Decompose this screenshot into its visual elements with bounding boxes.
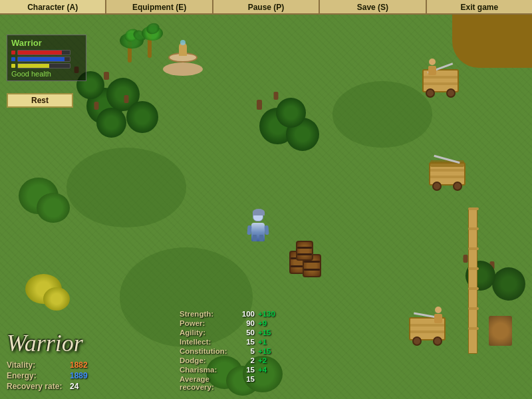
cart-wheel-1a (426, 88, 435, 98)
energy-bar-outer (17, 57, 70, 62)
menu-character[interactable]: Character (A) (0, 0, 106, 13)
cart-plank-3b (410, 331, 444, 333)
menu-equipment[interactable]: Equipment (E) (106, 0, 213, 13)
cart-plank-3a (410, 324, 444, 327)
attr-strength-label: Strength: (180, 310, 236, 318)
attr-avg-recovery-val: 15 (236, 375, 255, 383)
fountain-water (180, 40, 186, 45)
attr-strength-bonus: +130 (255, 310, 281, 318)
attr-row-dodge: Dodge: 2 +2 (180, 356, 299, 364)
attr-row-charisma: Charisma: 15 +4 (180, 366, 299, 374)
energy-bar-row (11, 57, 80, 62)
player-head (253, 211, 263, 221)
menu-exit[interactable]: Exit game (427, 0, 532, 13)
attr-row-strength: Strength: 100 +130 (180, 310, 299, 318)
attr-constitution-val: 5 (236, 347, 255, 355)
fence (467, 207, 479, 354)
attr-strength-val: 100 (236, 310, 255, 318)
rest-button[interactable]: Rest (7, 93, 73, 108)
attributes-panel: Strength: 100 +130 Power: 90 +9 Agility:… (180, 310, 299, 392)
cart-wheel-2a (432, 182, 442, 191)
health-ui: Warrior Good health (7, 35, 86, 81)
fountain-base (163, 63, 203, 76)
recovery-label: Recovery rate: (7, 382, 70, 391)
recovery-bar-row (11, 63, 80, 68)
energy-label: Energy: (7, 371, 70, 380)
attr-power-bonus: +9 (255, 319, 281, 327)
attr-agility-bonus: +15 (255, 329, 281, 336)
cart-wheel-3b (433, 336, 442, 346)
vitality-bar-outer (17, 50, 70, 55)
vitality-label: Vitality: (7, 360, 70, 370)
grass-patch-3 (332, 81, 432, 148)
cart-plank-1b (424, 82, 458, 85)
player-character (251, 211, 265, 241)
enemy-on-cart-1 (427, 59, 437, 72)
cart-plank-1a (424, 76, 458, 78)
attr-charisma-val: 15 (236, 366, 255, 374)
cart-plank-2a (430, 169, 464, 172)
cart-plank-2b (430, 176, 464, 178)
barrel-3 (296, 241, 313, 261)
attr-dodge-label: Dodge: (180, 356, 236, 364)
enemy-on-cart-2 (433, 307, 443, 320)
attr-dodge-val: 2 (236, 356, 255, 364)
attr-intellect-val: 15 (236, 338, 255, 346)
attr-row-constitution: Constitution: 5 +15 (180, 347, 299, 355)
grass-patch-1 (66, 148, 186, 227)
game-world: Warrior Good health Rest Warrior Vitalit… (0, 15, 532, 399)
menu-save[interactable]: Save (S) (320, 0, 426, 13)
vitality-value: 1882 (70, 360, 96, 370)
attr-charisma-bonus: +4 (255, 366, 281, 374)
cart-top-right (422, 69, 459, 92)
attr-dodge-bonus: +2 (255, 356, 281, 364)
attr-constitution-bonus: +15 (255, 347, 281, 355)
attr-row-avg-recovery: Average recovery: 15 (180, 375, 299, 391)
vitality-bar-row (11, 50, 80, 55)
character-name-display: Warrior (11, 38, 80, 48)
recovery-bar-fill (18, 64, 49, 68)
attr-row-power: Power: 90 +9 (180, 319, 299, 327)
vitality-bar-icon (11, 51, 15, 55)
player-helmet (253, 209, 265, 215)
cart-bottom-right (409, 317, 446, 340)
cart-wheel-2b (453, 182, 462, 191)
menu-pause[interactable]: Pause (P) (213, 0, 320, 13)
cart-wheel-3a (412, 336, 422, 346)
recovery-bar-icon (11, 64, 15, 68)
attr-avg-recovery-label: Average recovery: (180, 375, 236, 391)
yellow-bush-2 (43, 287, 70, 311)
cart-mid-right (429, 162, 466, 186)
menu-bar: Character (A) Equipment (E) Pause (P) Sa… (0, 0, 532, 15)
attr-charisma-label: Charisma: (180, 366, 236, 374)
attr-constitution-label: Constitution: (180, 347, 236, 355)
energy-bar-icon (11, 57, 15, 61)
bush-left-2 (37, 193, 70, 223)
player-body (251, 223, 265, 241)
dirt-patch (452, 15, 532, 68)
cart-wheel-1b (446, 88, 456, 98)
attr-row-agility: Agility: 50 +15 (180, 329, 299, 336)
recovery-value: 24 (70, 382, 96, 391)
attr-intellect-label: Intellect: (180, 338, 236, 346)
recovery-bar-outer (17, 63, 70, 68)
rope-coil (489, 316, 512, 346)
energy-bar-fill (18, 57, 65, 61)
attr-agility-label: Agility: (180, 329, 236, 336)
attr-row-intellect: Intellect: 15 +1 (180, 338, 299, 346)
attr-agility-val: 50 (236, 329, 255, 336)
attr-power-val: 90 (236, 319, 255, 327)
vitality-bar-fill (18, 51, 62, 55)
attr-intellect-bonus: +1 (255, 338, 281, 346)
attr-power-label: Power: (180, 319, 236, 327)
health-status-label: Good health (11, 70, 80, 78)
energy-value: 1889 (70, 371, 96, 380)
